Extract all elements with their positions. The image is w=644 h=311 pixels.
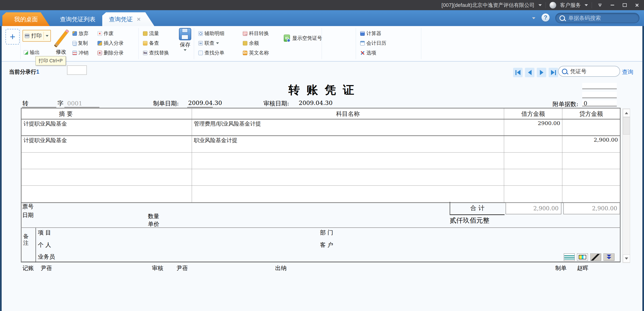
show-empty-voucher-button[interactable]: 显示空凭证号 [284,35,322,42]
options-button[interactable]: 选项 [359,49,388,57]
scrollbar-thumb[interactable] [623,117,630,135]
cell-credit[interactable]: 2,900.00 [562,136,620,153]
last-voucher-button[interactable] [548,68,558,77]
reference-button[interactable]: 备查 [142,39,170,47]
minimize-button[interactable] [608,2,616,9]
vertical-scrollbar[interactable] [622,109,630,263]
copy-button[interactable]: 复制 [71,39,90,47]
find-split-button[interactable]: 查找分单 [197,49,226,57]
calculator-button[interactable]: 计算器 [359,29,388,38]
calculator-label: 计算器 [366,30,381,37]
invalid-button[interactable]: 作废 [96,29,125,38]
cell-summary[interactable] [22,153,192,169]
cell-credit[interactable] [562,153,620,169]
first-icon [517,70,520,75]
cell-debit[interactable]: 2900.00 [504,119,562,136]
tabbar: 我的桌面 查询凭证列表 查询凭证 × ? 单据条码搜索 [0,10,644,26]
ribbon-collapse-button[interactable] [596,2,604,9]
link-query-dropdown-icon[interactable] [216,42,219,44]
wand-icon[interactable] [590,253,601,261]
cell-summary[interactable]: 计提职业风险基金 [22,119,192,136]
date-label: 日期 [22,211,34,219]
tab-voucher-query[interactable]: 查询凭证 × [102,12,154,26]
cell-debit[interactable] [504,169,562,186]
cell-summary[interactable] [22,169,192,186]
customer-service-button[interactable]: 客户服务 [560,2,581,9]
cell-account[interactable]: 职业风险基金计提 [192,136,504,153]
query-link[interactable]: 查询 [622,68,633,76]
prev-voucher-button[interactable] [525,68,534,77]
group-separator [194,28,194,59]
voucher-number[interactable]: 0001 [67,100,82,107]
next-voucher-button[interactable] [537,68,546,77]
help-icon[interactable]: ? [542,14,550,22]
cell-summary[interactable] [22,186,192,202]
amount-in-words: 贰仟玖佰元整 [450,216,490,225]
voucher-number-search-input[interactable]: 凭证号 [558,66,620,77]
cell-credit[interactable] [562,169,620,186]
make-date-value[interactable]: 2009.04.30 [188,100,222,106]
link-query-button[interactable]: 联查 [197,39,226,47]
expand-down-icon[interactable] [604,253,614,261]
abandon-button[interactable]: 放弃 [71,29,90,38]
find-replace-button[interactable]: 查找替换 [142,49,170,57]
restore-icon [623,3,627,7]
cell-summary[interactable]: 计提职业风险基金 [22,136,192,153]
modify-button[interactable]: 修改 [52,28,70,58]
balance-button[interactable]: 余额 [242,39,270,47]
new-voucher-button[interactable]: + [6,29,20,45]
audit-date-value: 2009.04.30 [299,100,332,106]
save-button[interactable]: 保存 [177,28,193,51]
restore-button[interactable] [620,2,629,9]
close-button[interactable] [633,2,641,9]
cell-account[interactable] [192,186,504,202]
abandon-label: 放弃 [78,30,88,37]
header-blank-field-2[interactable] [582,92,617,98]
calendar-button[interactable]: 会计日历 [359,39,388,47]
first-voucher-button[interactable] [513,68,522,77]
cell-debit[interactable] [504,136,562,153]
stamp-icon[interactable] [577,253,588,261]
company-dropdown-icon[interactable] [538,4,542,6]
bookkeeper-label: 记账 [22,264,34,272]
cell-credit[interactable] [562,186,620,202]
aux-detail-button[interactable]: 辅助明细 [197,29,226,38]
cell-account[interactable] [192,153,504,169]
print-dropdown-icon[interactable] [46,35,48,37]
english-name-button[interactable]: 英文名称 [242,49,270,57]
export-button[interactable]: 输出 [22,48,41,56]
tab-my-desktop[interactable]: 我的桌面 [2,12,50,26]
tab-label: 查询凭证列表 [60,16,96,23]
summary-note-icon[interactable] [564,253,575,261]
close-tab-icon[interactable]: × [137,16,140,22]
cell-account[interactable] [192,169,504,186]
barcode-search-input[interactable]: 单据条码搜索 [555,13,640,23]
print-button[interactable]: 打印 [22,30,51,42]
cell-debit[interactable] [504,186,562,202]
last-icon [551,70,554,75]
customer-service-dropdown-icon[interactable] [584,4,588,6]
writeoff-button[interactable]: 冲销 [71,49,90,57]
cell-account[interactable]: 管理费用/职业风险基金计提 [192,119,504,136]
cell-debit[interactable] [504,153,562,169]
ribbon-toolbar: + 打印 输出 修改 放弃 复制 冲销 作废 插入分录 删除分录 流量 [2,26,642,62]
save-dropdown-icon[interactable] [184,49,186,51]
insert-entry-button[interactable]: 插入分录 [96,39,125,47]
attach-count-field[interactable]: 0 [582,100,617,107]
close-icon [635,3,639,7]
cell-credit[interactable] [562,119,620,136]
printer-icon [25,34,29,38]
delete-entry-button[interactable]: 删除分录 [96,49,125,57]
tab-voucher-list[interactable]: 查询凭证列表 [54,12,102,26]
group-separator [138,28,139,59]
scroll-down-button[interactable] [623,254,630,262]
current-entry-label: 当前分录行 [9,69,36,75]
scroll-up-button[interactable] [623,109,630,117]
tab-overflow-icon[interactable] [532,17,535,19]
entry-row-input[interactable] [67,65,87,75]
header-blank-field-1[interactable] [582,83,617,89]
flow-button[interactable]: 流量 [142,29,170,38]
group-separator [356,28,356,59]
company-account-label[interactable]: [007](default)北京中逸资产评估有限公司 [442,2,535,9]
subject-convert-button[interactable]: 科目转换 [242,29,270,38]
